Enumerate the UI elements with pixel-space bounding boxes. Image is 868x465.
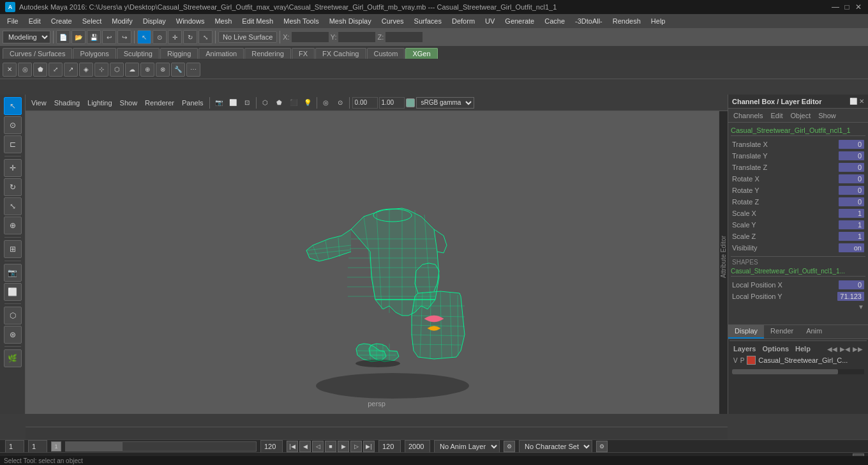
undo-button[interactable]: ↩ (102, 30, 116, 44)
channel-translate-y[interactable]: Translate Y 0 (731, 150, 865, 162)
cb-expand-button[interactable]: ⬜ (849, 98, 857, 105)
color-indicator[interactable] (406, 98, 415, 107)
start-frame-field[interactable] (28, 440, 47, 453)
xgen-icon12[interactable]: 🔧 (171, 63, 185, 77)
channel-visibility[interactable]: Visibility on (731, 242, 865, 254)
x-field[interactable] (291, 31, 329, 43)
char-set-select[interactable]: No Character Set (519, 440, 592, 453)
redo-button[interactable]: ↪ (117, 30, 131, 44)
xgen-icon7[interactable]: ⊹ (94, 63, 108, 77)
stop-button[interactable]: ■ (325, 441, 336, 452)
rotate-button[interactable]: ↻ (183, 30, 197, 44)
menu-curves[interactable]: Curves (377, 16, 408, 26)
select-tool-button[interactable]: ↖ (137, 30, 151, 44)
viewport-nav-icon[interactable]: ⬜ (4, 283, 22, 301)
select-cam-icon[interactable]: ⬜ (227, 96, 239, 109)
close-button[interactable]: ✕ (854, 3, 863, 11)
camera-select-icon[interactable]: 📷 (213, 96, 225, 109)
go-start-button[interactable]: |◀ (287, 441, 298, 452)
max-range-field[interactable] (405, 440, 430, 453)
tab-custom[interactable]: Custom (367, 48, 405, 59)
channel-scale-z[interactable]: Scale Z 1 (731, 231, 865, 242)
menu-edit[interactable]: Edit (24, 16, 45, 26)
end-frame-field[interactable] (260, 440, 283, 453)
channel-scale-y[interactable]: Scale Y 1 (731, 219, 865, 231)
channels-tab[interactable]: Channels (731, 111, 765, 121)
anim-tab[interactable]: Anim (800, 325, 828, 339)
menu-surfaces[interactable]: Surfaces (410, 16, 446, 26)
menu-3dtoall[interactable]: -3DtoAll- (571, 16, 607, 26)
xgen-icon6[interactable]: ◈ (79, 63, 93, 77)
channel-translate-x[interactable]: Translate X 0 (731, 139, 865, 150)
lighting-btn[interactable]: 💡 (301, 96, 314, 109)
channel-local-pos-y[interactable]: Local Position Y 71.123 (731, 291, 865, 302)
show-tab[interactable]: Show (816, 111, 839, 121)
range-slider[interactable] (65, 441, 257, 452)
menu-modify[interactable]: Modify (107, 16, 137, 26)
anim-layer-select[interactable]: No Anim Layer (434, 440, 500, 453)
timeline-scrub[interactable] (26, 427, 728, 439)
play-back-button[interactable]: ◁ (312, 441, 324, 452)
tab-polygons[interactable]: Polygons (73, 48, 116, 59)
step-back-button[interactable]: ◀ (299, 441, 311, 452)
camera-icon[interactable]: 📷 (4, 264, 22, 282)
cb-close-button[interactable]: ✕ (859, 98, 864, 105)
panels-menu[interactable]: Panels (179, 98, 207, 108)
shading-menu[interactable]: Shading (51, 98, 83, 108)
xgen-icon13[interactable]: ⋯ (186, 63, 200, 77)
snap-icon[interactable]: ⊞ (4, 240, 22, 258)
tool-extra2[interactable]: ⊛ (4, 326, 22, 344)
display-tab[interactable]: Display (728, 325, 764, 339)
menu-display[interactable]: Display (138, 16, 170, 26)
lasso-button[interactable]: ⊙ (153, 30, 167, 44)
play-forward-button[interactable]: ▶ (338, 441, 349, 452)
isolate-icon[interactable]: ◎ (320, 96, 333, 109)
current-frame-field[interactable] (5, 440, 24, 453)
char-settings-button[interactable]: ⚙ (596, 441, 608, 452)
xgen-icon1[interactable]: ✕ (3, 63, 17, 77)
open-button[interactable]: 📂 (71, 30, 86, 44)
xgen-icon2[interactable]: ◎ (18, 63, 32, 77)
y-field[interactable] (338, 31, 376, 43)
rotate-icon[interactable]: ↻ (4, 178, 22, 196)
go-end-button[interactable]: ▶| (363, 441, 375, 452)
menu-uv[interactable]: UV (481, 16, 499, 26)
tab-rigging[interactable]: Rigging (160, 48, 198, 59)
lasso-select-icon[interactable]: ⊏ (4, 135, 22, 153)
move-icon[interactable]: ✛ (4, 159, 22, 177)
tool-extra1[interactable]: ⬡ (4, 307, 22, 324)
channel-rotate-x[interactable]: Rotate X 0 (731, 173, 865, 185)
paint-select-icon[interactable]: ⊙ (4, 116, 22, 134)
menu-mesh-tools[interactable]: Mesh Tools (279, 16, 323, 26)
scale-icon[interactable]: ⤡ (4, 197, 22, 215)
layer-playback-toggle[interactable]: P (740, 357, 745, 364)
gamma-select[interactable]: sRGB gamma (416, 97, 474, 109)
xgen-icon3[interactable]: ⬟ (33, 63, 47, 77)
view-menu[interactable]: View (28, 98, 50, 108)
tab-rendering[interactable]: Rendering (244, 48, 291, 59)
timeline-thumb[interactable]: 1 (51, 441, 61, 452)
gamma-field[interactable] (379, 97, 405, 109)
textured-icon[interactable]: ⬛ (287, 96, 300, 109)
layer-next-button[interactable]: ▶▶ (853, 346, 863, 353)
scale-button[interactable]: ⤡ (198, 30, 213, 44)
wireframe-icon[interactable]: ⬡ (259, 96, 272, 109)
channel-scale-x[interactable]: Scale X 1 (731, 208, 865, 219)
save-button[interactable]: 💾 (87, 30, 101, 44)
exposure-field[interactable] (352, 97, 378, 109)
step-forward-button[interactable]: ▷ (350, 441, 362, 452)
channel-local-pos-x[interactable]: Local Position X 0 (731, 279, 865, 291)
renderer-menu[interactable]: Renderer (142, 98, 177, 108)
tab-fx-caching[interactable]: FX Caching (315, 48, 366, 59)
edit-tab[interactable]: Edit (768, 111, 785, 121)
move-button[interactable]: ✛ (168, 30, 182, 44)
xgen-brush-icon[interactable]: 🌿 (4, 349, 22, 367)
attribute-editor-tab[interactable]: Attribute Editor (719, 95, 728, 414)
smooth-icon[interactable]: ⬟ (273, 96, 286, 109)
channel-rotate-y[interactable]: Rotate Y 0 (731, 185, 865, 196)
mode-select[interactable]: Modeling (3, 31, 50, 43)
lighting-menu[interactable]: Lighting (84, 98, 116, 108)
minimize-button[interactable]: — (831, 3, 840, 11)
xray-icon[interactable]: ⊙ (334, 96, 347, 109)
layer-add-button[interactable]: ▶◀ (840, 346, 850, 353)
